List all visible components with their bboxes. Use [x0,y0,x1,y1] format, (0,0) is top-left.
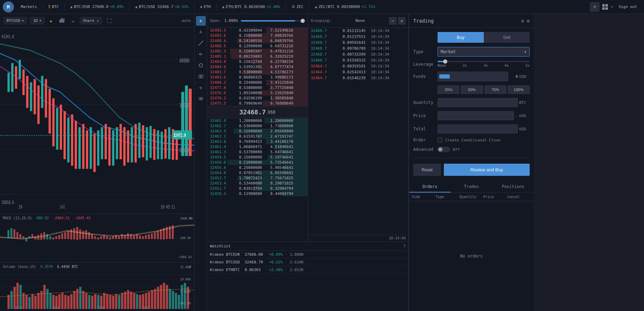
nav-btceur[interactable]: ▲ BTC/EUR 27600.0 +0.89% [67,3,127,10]
pair-selector[interactable]: BTCUSD ▾ [3,17,27,24]
nav-zecbtc[interactable]: ▲ ZEC/BTC 0.00298000 +1.71% [312,3,378,10]
sell-order-row[interactable]: 32488.6 0.24108550 6.84839766 [207,38,308,43]
buy-order-row[interactable]: 32461.4 1.06860471 4.51046641 [207,144,308,149]
favorite-icon[interactable]: ★ [47,17,54,25]
advanced-toggle[interactable] [438,147,450,152]
nav-markets[interactable]: Markets [18,3,40,10]
sell-order-row[interactable]: 32492.6 0.25000000 7.09839766 [207,33,308,38]
trade-row[interactable]: 32464.7 0.02542413 10:14:34 [308,69,408,75]
quantity-input[interactable] [438,98,518,107]
share-button[interactable]: Share ↗ [80,17,102,24]
nav-eth[interactable]: ◆ ETH [197,3,214,10]
order-checkbox[interactable] [438,138,442,142]
signout-button[interactable]: Sign out [614,3,641,10]
sell-order-row[interactable]: 32488.5 0.12900000 6.60731216 [207,43,308,49]
sell-order-row[interactable]: 32493.5 0.42309844 7.52149610 [207,28,308,33]
draw-tool-circle[interactable] [196,60,206,70]
app-logo[interactable]: M [3,1,14,13]
tab-trades[interactable]: Trades [451,181,492,193]
trade-row[interactable]: 32468.7 0.00706709 10:14:34 [308,46,408,51]
buy-order-row[interactable]: 32463.3 0.61591747 2.67191747 [207,134,308,139]
macd-chart: MACD (12,26,9) 480.92 -2964.51 -3445.43 … [0,214,194,262]
watchlist-item[interactable]: Kraken BTCUSD 32468.70 +0.52% 2.618K [207,259,408,266]
sell-order-row[interactable]: 32475.5 0.79969649 0.76989649 [207,101,308,106]
trade-row[interactable]: 32468.7 0.04501641 10:14:34 [308,40,408,46]
pct-50-button[interactable]: 50% [461,85,483,94]
add-pair-button[interactable]: + [590,2,600,12]
sell-order-row[interactable]: 32485.1 0.09235001 6.32025219 [207,54,308,59]
trading-resize-icon[interactable]: ⊡ [521,18,524,24]
grouping-plus-button[interactable]: + [398,17,406,25]
layout-dropdown-icon[interactable]: ▾ [611,5,613,9]
pct-75-button[interactable]: 75% [484,85,506,94]
pct-100-button[interactable]: 100% [508,85,530,94]
trade-row[interactable]: 32468.7 0.01550315 10:14:34 [308,57,408,63]
volume-close-button[interactable]: ✕ [189,264,191,269]
total-input[interactable] [438,124,518,133]
buy-button[interactable]: Buy [438,32,484,43]
buy-order-row[interactable]: 32453.4 0.53400000 8.29071025 [207,181,308,186]
draw-tool-text[interactable]: A [196,27,206,37]
nav-btcusd[interactable]: ▲ BTC/USD 32468.7 +0.52% [132,3,191,10]
nav-ethbtc[interactable]: ▲ ETH/BTC 0.0636500 +2.48% [219,3,283,10]
draw-tool-plus[interactable]: + [196,16,206,26]
span-slider[interactable] [241,20,305,22]
buy-order-row[interactable]: 32463.0 0.76994423 3.44186170 [207,139,308,144]
timeframe-selector[interactable]: 1D ▾ [30,17,44,24]
trade-row[interactable]: 32468.7 0.01215145 10:14:34 [308,28,408,34]
sell-order-row[interactable]: 32476.2 0.61596199 1.38585848 [207,96,308,101]
tab-orders[interactable]: Orders [409,181,451,193]
buy-order-row[interactable]: 32459.5 0.15000000 5.19746641 [207,155,308,160]
buy-order-row[interactable]: 32465.7 0.53600000 1.73600000 [207,123,308,129]
tab-positions[interactable]: Positions [492,181,534,193]
sell-order-row[interactable]: 32484.8 0.15012744 6.22790218 [207,59,308,64]
svg-rect-8 [64,18,64,23]
buy-order-row[interactable]: 32463.9 0.32000000 2.05600000 [207,129,308,134]
draw-tool-eye[interactable] [196,94,206,104]
review-buy-button[interactable]: Review and Buy [444,164,530,176]
reset-button[interactable]: Reset [413,164,441,176]
trading-settings-icon[interactable]: ⚙ [527,18,530,24]
price-input[interactable] [438,111,514,120]
pct-25-button[interactable]: 25% [438,85,459,94]
draw-icon[interactable]: ✏ [70,17,77,25]
buy-order-row[interactable]: 32454.0 0.07051961 6.05598602 [207,170,308,175]
buy-order-row[interactable]: 32450.3 0.11900000 8.44884794 [207,191,308,196]
buy-order-row[interactable]: 32461.3 0.53700000 5.04746641 [207,149,308,155]
sell-button[interactable]: Sell [484,32,530,43]
macd-close-button[interactable]: ✕ [189,215,191,220]
indicator-button[interactable] [57,17,67,25]
trade-row[interactable]: 32468.7 0.00733399 10:14:34 [308,51,408,57]
draw-tool-move[interactable]: ✛ [196,83,206,92]
buy-order-row[interactable]: 32456.8 0.25000000 5.98546641 [207,165,308,170]
draw-tool-rays[interactable] [196,49,206,59]
buy-order-row[interactable]: 32465.8 1.20000000 1.20000000 [207,118,308,123]
leverage-slider[interactable] [438,61,530,62]
buy-order-row[interactable]: 32458.0 0.53800000 5.73546641 [207,160,308,165]
trade-row[interactable]: 32464.7 0.00359101 10:14:34 [308,63,408,69]
watchlist-item[interactable]: Kraken ETHBTC 0.06365 +2.48% 2.653K [207,266,408,274]
svg-rect-4 [59,20,60,23]
grouping-minus-button[interactable]: − [389,17,397,25]
type-select[interactable]: Market ▾ [438,47,530,57]
watchlist-item[interactable]: Kraken BTCEUR 27600.00 +0.89% 1.880K [207,251,408,259]
layout-icon[interactable] [601,3,609,11]
sell-order-row[interactable]: 32485.3 0.15805997 6.47831216 [207,49,308,54]
sell-order-row[interactable]: 32483.7 0.53800000 4.53786173 [207,69,308,75]
draw-tool-pattern[interactable] [196,72,206,81]
expand-icon[interactable]: ⛶ [105,17,114,25]
trade-row[interactable]: 32468.7 0.01237551 10:14:34 [308,34,408,40]
svg-rect-51 [149,126,152,158]
nav-btc[interactable]: ₿ BTC [46,3,62,10]
nav-zec[interactable]: ② ZEC [289,3,306,10]
trade-row[interactable]: 32464.7 0.01546239 10:14:34 [308,75,408,81]
sell-order-row[interactable]: 32484.0 1.53991301 6.07777474 [207,64,308,69]
buy-order-row[interactable]: 32453.7 1.70072423 7.75671025 [207,175,308,181]
sell-order-row[interactable]: 32483.6 0.06860325 3.99986173 [207,75,308,80]
sell-order-row[interactable]: 32480.2 0.15400000 3.93125848 [207,80,308,85]
sell-order-row[interactable]: 32476.6 1.85340000 3.23925848 [207,90,308,96]
buy-order-row[interactable]: 32451.7 0.03913769 8.32984794 [207,186,308,191]
draw-tool-line[interactable] [196,38,206,48]
sell-order-row[interactable]: 32477.8 0.53800000 3.77725848 [207,85,308,90]
nav-divider5 [216,3,217,10]
